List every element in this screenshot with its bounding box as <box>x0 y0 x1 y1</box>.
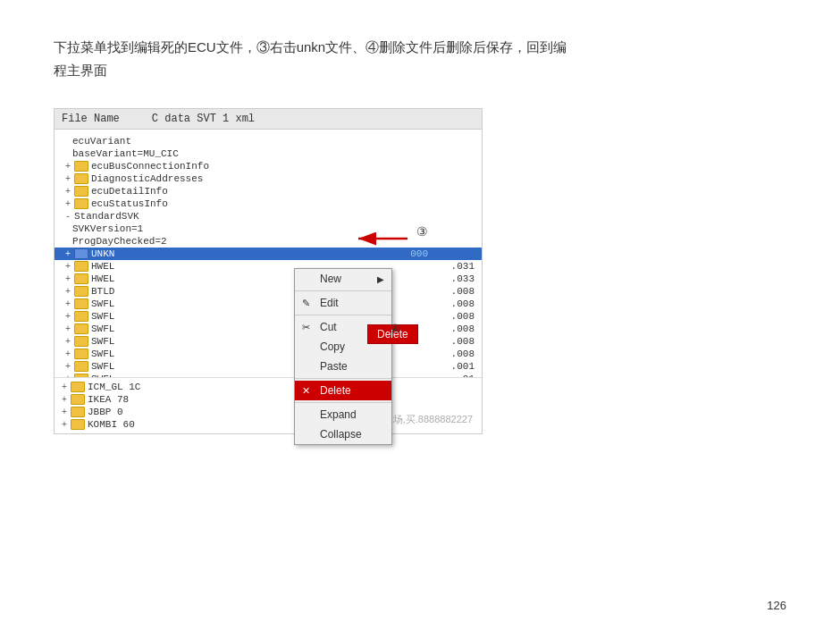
cut-icon: ✂ <box>302 322 315 333</box>
page-content: 下拉菜单找到编辑死的ECU文件，③右击unkn文件、④删除文件后删除后保存，回到… <box>0 0 840 470</box>
separator <box>295 290 391 291</box>
tree-item: +SWFL.008 <box>55 298 482 310</box>
tree-area: ecuVariant baseVariant=MU_CIC +ecuBusCon… <box>55 130 482 433</box>
delete-icon: ✕ <box>302 385 315 397</box>
page-number: 126 <box>767 599 786 612</box>
annotation-4: ④ <box>390 322 401 336</box>
edit-icon: ✎ <box>302 298 315 309</box>
tree-item: +BTLD.008 <box>55 285 482 298</box>
tree-item: +ecuBusConnectionInfo <box>55 160 482 172</box>
description-text: 下拉菜单找到编辑死的ECU文件，③右击unkn文件、④删除文件后删除后保存，回到… <box>54 36 786 81</box>
annotation-3-label: ③ <box>416 224 428 239</box>
desc-line2: 程主界面 <box>54 63 107 78</box>
desc-line1: 下拉菜单找到编辑死的ECU文件，③右击unkn文件、④删除文件后删除后保存，回到… <box>54 39 567 55</box>
file-header-path: C data SVT 1 xml <box>152 113 255 125</box>
separator <box>295 315 391 315</box>
tree-item-unkn[interactable]: +UNKN 000 <box>55 248 482 260</box>
file-header-label: File Name <box>62 113 120 125</box>
tree-item: +DiagnosticAddresses <box>55 172 482 185</box>
tree-item: +ecuDetailInfo <box>55 185 482 197</box>
tree-item: +ecuStatusInfo <box>55 197 482 210</box>
tree-item: +HWEL.033 <box>55 273 482 285</box>
tree-item: +SWFL.008 <box>55 348 482 360</box>
context-menu-item-edit[interactable]: ✎ Edit <box>295 293 391 313</box>
file-header: File Name C data SVT 1 xml <box>55 109 482 130</box>
tree-item: +IKEA 78 <box>55 393 482 406</box>
context-menu: New ▶ ✎ Edit ✂ Cut Copy <box>294 268 392 445</box>
separator <box>295 402 391 403</box>
separator <box>295 378 391 379</box>
tree-item: +SWFL.008 <box>55 310 482 323</box>
tree-item: ecuVariant <box>55 135 482 147</box>
context-menu-item-paste[interactable]: Paste <box>295 357 391 376</box>
tree-item: +HWEL.031 <box>55 260 482 273</box>
tree-item: -StandardSVK <box>55 210 482 223</box>
submenu-arrow: ▶ <box>377 274 384 284</box>
context-menu-item-new[interactable]: New ▶ <box>295 269 391 289</box>
tree-item: +SWFL.001 <box>55 360 482 373</box>
context-menu-item-delete[interactable]: ✕ Delete <box>295 381 391 400</box>
context-menu-item-collapse[interactable]: Collapse <box>295 424 391 444</box>
context-menu-item-expand[interactable]: Expand <box>295 405 391 424</box>
arrow-svg <box>349 226 412 251</box>
tree-item: +ICM_GL 1C <box>55 381 482 393</box>
annotation-3: ③ <box>349 226 412 255</box>
tree-item: baseVariant=MU_CIC <box>55 147 482 160</box>
screenshot-container: File Name C data SVT 1 xml ecuVariant ba… <box>54 108 483 434</box>
